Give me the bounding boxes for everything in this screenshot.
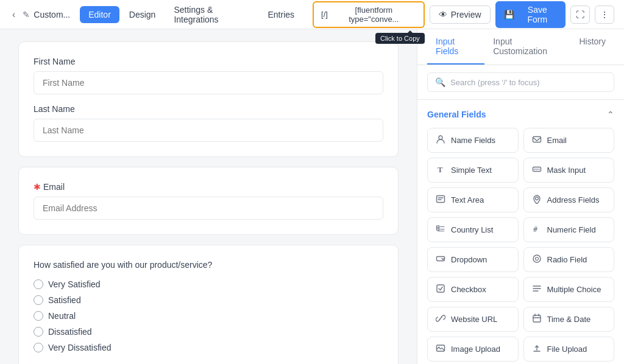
shortcode-icon: [/] (321, 10, 328, 19)
search-input[interactable] (450, 78, 606, 87)
more-options-button[interactable]: ⋮ (595, 5, 614, 24)
field-label: Name Fields (451, 136, 495, 145)
tab-editor[interactable]: Editor (80, 6, 119, 23)
field-label: Dropdown (451, 255, 487, 264)
tab-entries[interactable]: Entries (259, 6, 303, 23)
svg-rect-1 (533, 137, 541, 142)
form-title: Custom... (34, 10, 70, 19)
tab-input-customization[interactable]: Input Customization (484, 29, 570, 65)
multiple-choice-icon (531, 284, 542, 295)
email-input[interactable] (34, 197, 383, 220)
search-wrapper: 🔍 (427, 72, 614, 92)
radio-label: Neutral (48, 311, 76, 321)
radio-label: Satisfied (48, 295, 81, 305)
tab-input-fields[interactable]: Input Fields (427, 29, 484, 65)
field-time-date[interactable]: Time & Date (523, 307, 615, 332)
back-button[interactable]: ‹ (10, 7, 18, 23)
panel-tabs: Input Fields Input Customization History (417, 29, 624, 65)
svg-point-15 (439, 347, 440, 348)
svg-text:T: T (438, 165, 443, 174)
radio-icon (531, 254, 542, 265)
field-label: Multiple Choice (547, 285, 601, 294)
radio-very-satisfied[interactable]: Very Satisfied (34, 279, 383, 289)
nav-title: ✎ Custom... (23, 10, 70, 19)
top-nav: ‹ ✎ Custom... Editor Design Settings & I… (0, 0, 624, 29)
edit-icon: ✎ (23, 10, 30, 19)
field-name-fields[interactable]: Name Fields (427, 128, 519, 153)
shortcode-button[interactable]: [/] [fluentform type="conve... (313, 1, 425, 28)
field-mask-input[interactable]: Mask Input (523, 158, 615, 183)
svg-rect-12 (437, 285, 444, 292)
preview-label: Preview (451, 10, 481, 19)
svg-rect-4 (437, 196, 445, 203)
country-list-icon (435, 224, 446, 236)
tab-design[interactable]: Design (121, 6, 165, 23)
last-name-input[interactable] (34, 119, 383, 142)
email-card: ✱Email (18, 167, 399, 235)
form-builder: First Name Last Name ✱Email How satisfie… (0, 29, 417, 364)
field-multiple-choice[interactable]: Multiple Choice (523, 277, 615, 302)
radio-neutral[interactable]: Neutral (34, 311, 383, 321)
general-fields-title: General Fields (427, 110, 486, 119)
chevron-up-icon[interactable]: ⌃ (607, 110, 614, 119)
expand-button[interactable]: ⛶ (570, 5, 590, 24)
field-label: Time & Date (547, 315, 591, 324)
svg-rect-6 (437, 226, 439, 228)
field-label: Country List (451, 225, 493, 234)
required-marker: ✱ (34, 182, 41, 192)
satisfaction-card: How satisfied are you with our product/s… (18, 245, 399, 364)
numeric-icon: # (531, 224, 542, 236)
field-address-fields[interactable]: Address Fields (523, 187, 615, 212)
field-label: Radio Field (547, 255, 587, 264)
email-row: ✱Email (34, 182, 383, 220)
right-panel: Input Fields Input Customization History… (417, 29, 624, 364)
website-url-icon (435, 313, 446, 325)
svg-point-11 (535, 257, 538, 261)
field-label: Numeric Field (547, 225, 596, 234)
save-form-button[interactable]: 💾 Save Form (495, 1, 566, 28)
svg-text:#: # (533, 225, 538, 234)
field-numeric-field[interactable]: # Numeric Field (523, 217, 615, 242)
field-label: Simple Text (451, 166, 492, 175)
radio-circle (34, 279, 43, 289)
field-simple-text[interactable]: T Simple Text (427, 158, 519, 183)
image-upload-icon (435, 343, 446, 355)
radio-label: Very Dissatisfied (48, 343, 111, 352)
field-country-list[interactable]: Country List (427, 217, 519, 242)
field-checkbox[interactable]: Checkbox (427, 277, 519, 302)
first-name-label: First Name (34, 57, 383, 66)
radio-label: Very Satisfied (48, 279, 101, 289)
expand-icon: ⛶ (576, 10, 584, 19)
field-website-url[interactable]: Website URL (427, 307, 519, 332)
radio-label: Dissatisfied (48, 327, 92, 337)
preview-button[interactable]: 👁 Preview (430, 5, 491, 24)
field-image-upload[interactable]: Image Upload (427, 337, 519, 362)
field-label: Website URL (451, 315, 497, 324)
first-name-input[interactable] (34, 71, 383, 94)
field-text-area[interactable]: Text Area (427, 187, 519, 212)
field-email[interactable]: Email (523, 128, 615, 153)
field-label: Checkbox (451, 285, 486, 294)
radio-dissatisfied[interactable]: Dissatisfied (34, 327, 383, 337)
name-fields-card: First Name Last Name (18, 41, 399, 157)
svg-rect-7 (437, 228, 439, 230)
last-name-row: Last Name (34, 104, 383, 142)
text-area-icon (435, 194, 446, 206)
field-dropdown[interactable]: Dropdown (427, 247, 519, 272)
time-date-icon (531, 313, 542, 325)
svg-point-5 (535, 197, 538, 200)
tab-settings-integrations[interactable]: Settings & Integrations (165, 1, 258, 28)
svg-point-10 (533, 255, 541, 262)
tab-history[interactable]: History (570, 29, 614, 65)
svg-point-0 (439, 136, 442, 139)
email-icon (531, 135, 542, 146)
field-radio-field[interactable]: Radio Field (523, 247, 615, 272)
panel-search: 🔍 (417, 65, 624, 100)
field-label: Email (547, 136, 567, 145)
radio-very-dissatisfied[interactable]: Very Dissatisfied (34, 343, 383, 352)
radio-circle (34, 343, 43, 352)
radio-satisfied[interactable]: Satisfied (34, 295, 383, 305)
simple-text-icon: T (435, 164, 446, 176)
field-file-upload[interactable]: File Upload (523, 337, 615, 362)
preview-icon: 👁 (439, 10, 447, 19)
